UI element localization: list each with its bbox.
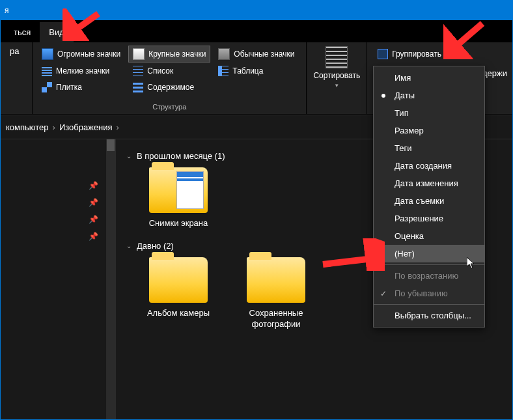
layout-content[interactable]: Содержимое [129,80,210,94]
menu-item[interactable]: Теги [374,139,484,157]
layout-small-icons[interactable]: Мелкие значки [38,64,124,78]
truncated-label: ра [6,46,27,56]
extra-large-icons-icon [42,48,53,60]
folder-icon [149,257,208,303]
content-icon [133,82,143,92]
menu-item[interactable]: Тип [374,104,484,122]
pin-icon: 📌 [89,232,98,241]
window-title: я [5,6,9,15]
layout-details[interactable]: Таблица [214,64,298,78]
layout-large-icons[interactable]: Крупные значки [129,46,210,62]
menu-item[interactable]: Разрешение [374,210,484,227]
menu-item[interactable]: Даты [374,87,484,104]
pin-icon: 📌 [89,215,98,224]
folder-saved-pictures[interactable]: Сохраненные фотографии [237,257,315,330]
ribbon-group-layout: Огромные значки Мелкие значки Плитка Кру… [33,42,307,114]
menu-item[interactable]: Дата съемки [374,192,484,210]
menu-item[interactable]: Оценка [374,227,484,245]
menu-item[interactable]: Дата создания [374,157,484,175]
list-icon [133,66,143,76]
menu-item[interactable]: Выбрать столбцы... [374,307,484,324]
layout-group-label: Структура [38,101,301,113]
chevron-down-icon: ⌄ [126,152,132,160]
menu-item[interactable]: Размер [374,122,484,139]
ribbon-tabs: ться Вид [1,20,512,42]
menu-item[interactable]: Имя [374,69,484,87]
chevron-down-icon: ⌄ [126,242,132,249]
nav-sidebar[interactable]: 📌 📌 📌 📌 [1,139,105,420]
tiles-icon [42,82,52,92]
folder-camera-roll[interactable]: Альбом камеры [139,257,217,330]
large-icons-icon [133,48,145,60]
group-icon [378,49,388,59]
group-by-menu: ИмяДатыТипРазмерТегиДата созданияДата из… [373,66,485,328]
folder-icon [247,257,305,303]
layout-list[interactable]: Список [129,64,210,78]
chevron-right-icon: › [117,122,119,132]
folder-icon [149,167,208,213]
pin-icon: 📌 [89,181,98,190]
explorer-window: я ться Вид ра Огромные значки Мелкие зна… [0,0,513,420]
breadcrumb-computer[interactable]: компьютер [6,122,49,132]
chevron-down-icon: ▼ [445,51,451,57]
layout-medium-icons[interactable]: Обычные значки [214,46,298,62]
menu-item: По убыванию [374,285,484,302]
chevron-right-icon: › [53,122,55,132]
tab-share[interactable]: ться [5,22,40,42]
menu-item[interactable]: (Нет) [374,245,484,262]
small-icons-icon [42,66,52,76]
menu-item: По возрастанию [374,267,484,285]
folder-screenshots[interactable]: Снимки экрана [139,167,217,229]
layout-tiles[interactable]: Плитка [38,80,124,94]
sidebar-scrollbar[interactable] [105,139,116,420]
pin-icon: 📌 [89,198,98,207]
titlebar: я [1,1,512,20]
menu-item[interactable]: Дата изменения [374,175,484,192]
ribbon-group-sort: Сортировать ▼ [307,42,367,114]
scrollbar-thumb[interactable] [107,139,115,151]
details-icon [218,66,229,76]
medium-icons-icon [218,48,230,60]
sort-icon [326,46,348,68]
breadcrumb-pictures[interactable]: Изображения [59,122,113,132]
sort-button[interactable]: Сортировать ▼ [307,42,367,92]
chevron-down-icon: ▼ [334,83,339,89]
group-by-button[interactable]: Группировать ▼ [372,46,507,62]
ribbon-group-cut-left: ра [1,42,33,114]
layout-extra-large-icons[interactable]: Огромные значки [38,46,124,62]
tab-view[interactable]: Вид [40,22,74,42]
